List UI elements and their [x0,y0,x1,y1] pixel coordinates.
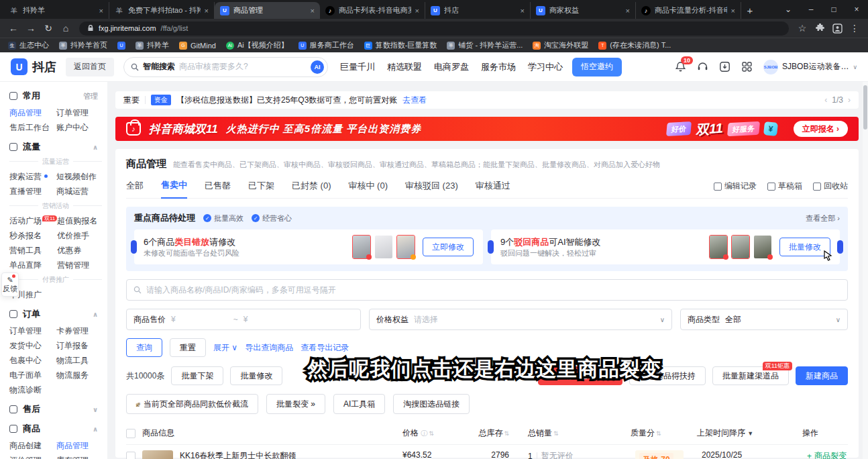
batch-edit-button[interactable]: 批量修改 [230,366,282,385]
back-icon[interactable]: ← [5,20,21,36]
browser-tab[interactable]: 羊免费下单抖拍tao - 抖羚羊运营× [109,2,215,19]
sidebar-item-live-manage[interactable]: 直播管理 [9,186,56,197]
product-thumb[interactable] [375,236,392,258]
window-maximize-icon[interactable]: □ [822,0,845,19]
sidebar-section-product[interactable]: 商品∧ [9,423,103,435]
prev-icon[interactable]: ‹ [824,95,827,105]
browser-tab[interactable]: ♪商品卡流量分析-抖音电商罗盘× [636,2,741,19]
select-all-checkbox[interactable] [126,429,135,438]
nav-qianchuan[interactable]: 巨量千川 [340,61,375,73]
sidebar-item-logistics-service[interactable]: 物流服务 [56,370,103,381]
product-thumb[interactable] [732,236,749,258]
row-checkbox[interactable] [126,452,135,459]
fix-now-button[interactable]: 立即修改 [423,238,474,256]
sidebar-item-logistics-diagnosis[interactable]: 物流诊断 [9,385,56,396]
window-minimize-icon[interactable]: – [800,0,822,19]
bookmark[interactable]: GGitMind [179,42,216,50]
product-thumb[interactable] [754,236,771,258]
product-type-select[interactable]: 商品类型 全部 ∨ [680,309,848,330]
product-fission-action[interactable]: +商品裂变 [807,450,849,459]
carousel-prev-handle[interactable] [131,240,137,254]
browser-tab[interactable]: U抖店× [425,2,531,19]
account-menu[interactable]: SJBOB SJBOB运动装备… ∨ [763,60,857,74]
price-min-input[interactable] [181,315,228,325]
sidebar-item-order-manage2[interactable]: 订单管理 [9,325,56,337]
product-thumb[interactable] [710,236,727,258]
url-input[interactable]: fxg.jinritemai.com/ffa/g/list [79,21,789,36]
sidebar-item-package-center[interactable]: 包裹中心 [9,355,56,366]
smart-search-input[interactable]: 智能搜索 商品审核需要多久? AI [123,57,328,77]
col-time[interactable]: 上架时间降序 ▼ [694,427,798,439]
manage-link[interactable]: 管理 [83,91,103,101]
sidebar-section-common[interactable]: 常用管理 [9,90,103,102]
close-icon[interactable]: × [311,7,315,15]
close-icon[interactable]: × [99,7,103,15]
product-image[interactable] [142,450,173,459]
browser-tab[interactable]: 羊抖羚羊× [4,2,109,19]
col-stock[interactable]: 总库存⇅ [462,427,519,439]
nav-learning[interactable]: 学习中心 [528,61,563,73]
tab-rejected[interactable]: 审核驳回 (23) [405,180,458,198]
close-icon[interactable]: × [626,7,630,15]
ai-badge-icon[interactable]: AI [311,60,324,74]
sidebar-item-stock-manage[interactable]: 库存管理 [56,455,103,459]
bookmark[interactable]: 羊抖羚羊首页 [59,40,107,50]
sidebar-item-order-manage[interactable]: 订单管理 [56,107,103,119]
bookmark[interactable]: T(存在未读消息) T... [598,40,671,50]
sidebar-item-price-promoter[interactable]: 优价推手 [57,230,103,242]
nav-service-market[interactable]: 服务市场 [481,61,516,73]
sidebar-item-short-video[interactable]: 短视频创作 [56,171,103,183]
query-button[interactable]: 查询 [126,338,162,357]
bookmark[interactable]: AiAi【视频介绍】 [226,40,288,50]
batch-fix-button[interactable]: 批量修改 [779,238,830,256]
next-icon[interactable]: › [848,95,851,105]
tab-onsale[interactable]: 售卖中 [161,179,187,199]
edit-record-link[interactable]: 编辑记录 [714,181,757,192]
notice-view-link[interactable]: 去查看 [402,95,427,106]
col-quality[interactable]: 质量分⇅ [624,427,694,439]
workbench-grid-icon[interactable] [741,61,753,73]
recycle-bin-link[interactable]: 回收站 [813,181,848,192]
fund-badge[interactable]: 资金 [151,95,171,105]
reload-icon[interactable]: ↻ [40,20,56,36]
low-price-follow-button[interactable]: ⸙当前页全部商品同款低价截流 [126,394,258,414]
close-icon[interactable]: × [205,7,209,15]
sidebar-item-coupon[interactable]: 优惠券 [57,245,103,256]
nav-compass[interactable]: 电商罗盘 [434,61,469,73]
extensions-icon[interactable] [812,20,828,36]
price-max-input[interactable] [253,315,300,325]
sidebar-item-search-ops[interactable]: 搜索运营 [9,171,56,183]
banner-signup-button[interactable]: 立即报名 › [794,121,848,137]
new-tab-button[interactable]: + [741,2,759,19]
window-menu-icon[interactable]: ⌄ [777,0,800,19]
col-sales[interactable]: 总销量⇅ [519,427,624,439]
batch-fission-button[interactable]: 批量裂变 » [266,394,325,414]
back-home-button[interactable]: 返回首页 [66,58,114,76]
view-all-link[interactable]: 查看全部 › [806,213,840,223]
sidebar-item-account-center[interactable]: 账户中心 [56,122,103,134]
browser-menu-icon[interactable]: ⋮ [847,20,863,36]
expand-link[interactable]: 展开 ∨ [213,342,237,354]
download-icon[interactable] [719,61,731,73]
sidebar-item-e-waybill[interactable]: 电子面单 [9,370,56,381]
sidebar-item-mall-ops[interactable]: 商城运营 [56,186,103,197]
ai-toolbox-button[interactable]: AI工具箱 [333,394,385,414]
export-history-link[interactable]: 查看导出记录 [301,342,349,354]
clear-material-button[interactable]: 一键清空全部素材 [538,366,622,385]
nav-jingxuan[interactable]: 精选联盟 [387,61,422,73]
tab-reviewing[interactable]: 审核中 (0) [349,180,388,198]
sidebar-item-activity-plaza[interactable]: 活动广场双11 [9,215,57,227]
wukong-invite-button[interactable]: 悟空邀约 [572,58,622,76]
sidebar-item-product-manage[interactable]: 商品管理 [9,107,56,119]
product-title-line1[interactable]: KK16春秋季上新男士中长款翻领 [180,450,299,459]
home-icon[interactable]: ⌂ [58,20,74,36]
sidebar-item-marketing-tools[interactable]: 营销工具 [9,245,57,256]
reset-button[interactable]: 重置 [170,338,206,357]
keyword-input[interactable] [146,285,840,295]
product-thumb[interactable] [353,236,370,258]
browser-tab-active[interactable]: U商品管理× [215,2,320,19]
close-icon[interactable]: × [731,7,735,15]
sidebar-item-single-discount[interactable]: 单品直降 [9,260,57,271]
bookmark[interactable]: 羊铺货 - 抖羚羊运营... [447,40,523,50]
col-price[interactable]: 价格 ⓘ⇅ [402,427,462,439]
